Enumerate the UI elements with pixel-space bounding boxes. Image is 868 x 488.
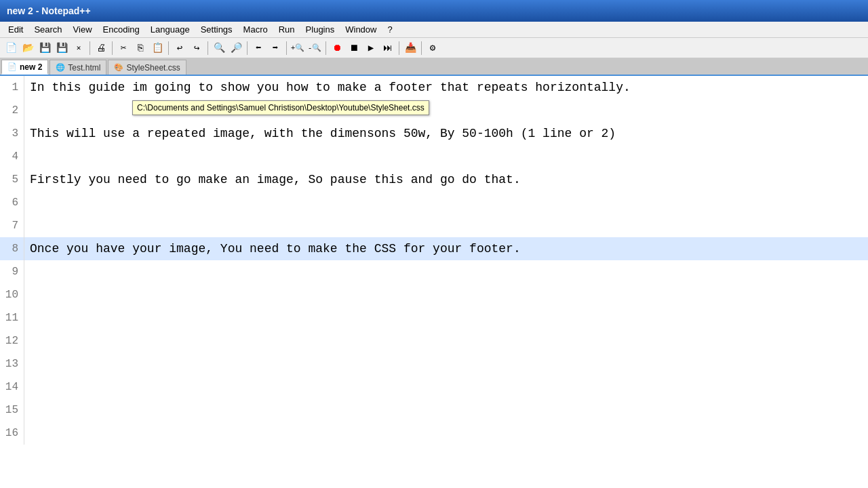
editor-line[interactable]: 12 xyxy=(0,329,868,352)
tooltip: C:\Documents and Settings\Samuel Christi… xyxy=(132,100,429,115)
sep1 xyxy=(90,41,90,55)
zoom-in-button[interactable]: +🔍 xyxy=(290,40,306,56)
editor-line[interactable]: 3This will use a repeated image, with th… xyxy=(0,122,868,145)
record-button[interactable]: ⏺ xyxy=(329,40,345,56)
sep8 xyxy=(399,41,399,55)
line-number: 5 xyxy=(0,168,24,191)
line-content[interactable]: In this guide im going to show you how t… xyxy=(30,78,868,97)
line-content[interactable] xyxy=(30,430,868,436)
stop-button[interactable]: ⏹ xyxy=(346,40,362,56)
menu-plugins[interactable]: Plugins xyxy=(300,23,340,36)
tab-bar: 📄 new 2 🌐 Test.html 🎨 StyleSheet.css xyxy=(0,58,868,76)
editor-line[interactable]: 7 xyxy=(0,214,868,237)
sep2 xyxy=(112,41,113,55)
editor-line[interactable]: 11 xyxy=(0,306,868,329)
line-content[interactable] xyxy=(30,269,868,274)
menu-view[interactable]: View xyxy=(68,23,98,36)
line-content[interactable] xyxy=(30,200,868,205)
editor-line[interactable]: 2 xyxy=(0,99,868,122)
zoom-out-button[interactable]: -🔍 xyxy=(307,40,323,56)
find-button[interactable]: 🔍 xyxy=(211,40,227,56)
line-number: 3 xyxy=(0,122,24,145)
play-multi-button[interactable]: ⏭ xyxy=(380,40,396,56)
menu-edit[interactable]: Edit xyxy=(3,23,28,36)
new-button[interactable]: 📄 xyxy=(3,40,19,56)
menu-macro[interactable]: Macro xyxy=(238,23,273,36)
replace-button[interactable]: 🔎 xyxy=(228,40,244,56)
close-button[interactable]: ✕ xyxy=(71,40,87,56)
line-content[interactable] xyxy=(30,361,868,367)
line-content[interactable] xyxy=(30,292,868,298)
save-macro-button[interactable]: 📥 xyxy=(402,40,418,56)
line-content[interactable] xyxy=(30,384,868,390)
line-content[interactable] xyxy=(30,407,868,413)
menu-settings[interactable]: Settings xyxy=(195,23,238,36)
tooltip-text: C:\Documents and Settings\Samuel Christi… xyxy=(137,103,425,113)
editor[interactable]: 1In this guide im going to show you how … xyxy=(0,76,868,488)
line-content[interactable]: Once you have your image, You need to ma… xyxy=(30,239,868,258)
line-number: 16 xyxy=(0,422,24,445)
tab-testhtml[interactable]: 🌐 Test.html xyxy=(50,60,106,75)
line-content[interactable] xyxy=(30,154,868,159)
save-all-button[interactable]: 💾 xyxy=(54,40,70,56)
tab-testhtml-icon: 🌐 xyxy=(56,63,65,72)
line-number: 14 xyxy=(0,375,24,399)
line-number: 15 xyxy=(0,399,24,422)
title-text: new 2 - Notepad++ xyxy=(7,5,91,16)
menu-encoding[interactable]: Encoding xyxy=(98,23,145,36)
editor-line[interactable]: 8Once you have your image, You need to m… xyxy=(0,237,868,260)
prev-button[interactable]: ⬅ xyxy=(250,40,267,56)
editor-line[interactable]: 14 xyxy=(0,375,868,399)
line-content[interactable] xyxy=(30,223,868,228)
editor-line[interactable]: 13 xyxy=(0,352,868,375)
line-content[interactable]: Firstly you need to go make an image, So… xyxy=(30,170,868,189)
line-content[interactable] xyxy=(30,315,868,321)
tab-stylesheet-icon: 🎨 xyxy=(114,63,123,72)
sep9 xyxy=(421,41,422,55)
copy-button[interactable]: ⎘ xyxy=(132,40,149,56)
menu-bar: Edit Search View Encoding Language Setti… xyxy=(0,22,868,38)
line-number: 9 xyxy=(0,260,24,283)
line-number: 6 xyxy=(0,191,24,214)
line-number: 13 xyxy=(0,352,24,375)
line-content[interactable]: This will use a repeated image, with the… xyxy=(30,124,868,143)
editor-line[interactable]: 1In this guide im going to show you how … xyxy=(0,76,868,99)
redo-button[interactable]: ↪ xyxy=(189,40,205,56)
open-button[interactable]: 📂 xyxy=(20,40,36,56)
editor-line[interactable]: 5Firstly you need to go make an image, S… xyxy=(0,168,868,191)
tab-new2-label: new 2 xyxy=(20,62,42,72)
tab-stylesheet-label: StyleSheet.css xyxy=(126,63,180,73)
play-button[interactable]: ▶ xyxy=(363,40,379,56)
tab-stylesheet[interactable]: 🎨 StyleSheet.css xyxy=(108,60,186,75)
editor-line[interactable]: 6 xyxy=(0,191,868,214)
editor-line[interactable]: 16 xyxy=(0,422,868,445)
menu-window[interactable]: Window xyxy=(340,23,382,36)
editor-line[interactable]: 15 xyxy=(0,399,868,422)
tab-new2-icon: 📄 xyxy=(7,62,17,71)
line-number: 8 xyxy=(0,237,24,260)
save-button[interactable]: 💾 xyxy=(37,40,53,56)
editor-line[interactable]: 10 xyxy=(0,283,868,306)
tab-new2[interactable]: 📄 new 2 xyxy=(1,60,48,75)
line-number: 2 xyxy=(0,99,24,122)
line-number: 12 xyxy=(0,329,24,352)
cut-button[interactable]: ✂ xyxy=(115,40,132,56)
editor-line[interactable]: 9 xyxy=(0,260,868,283)
menu-run[interactable]: Run xyxy=(273,23,300,36)
print-button[interactable]: 🖨 xyxy=(93,40,109,56)
undo-button[interactable]: ↩ xyxy=(172,40,188,56)
line-content[interactable] xyxy=(30,338,868,344)
menu-search[interactable]: Search xyxy=(28,23,67,36)
paste-button[interactable]: 📋 xyxy=(149,40,165,56)
settings-button[interactable]: ⚙ xyxy=(425,40,441,56)
sep4 xyxy=(208,41,208,55)
menu-language[interactable]: Language xyxy=(145,23,195,36)
next-button[interactable]: ➡ xyxy=(267,40,283,56)
sep7 xyxy=(326,41,326,55)
sep5 xyxy=(247,41,248,55)
editor-line[interactable]: 4 xyxy=(0,145,868,168)
line-number: 4 xyxy=(0,145,24,168)
toolbar: 📄 📂 💾 💾 ✕ 🖨 ✂ ⎘ 📋 ↩ ↪ 🔍 🔎 ⬅ ➡ +🔍 -🔍 ⏺ ⏹ … xyxy=(0,38,868,58)
title-bar: new 2 - Notepad++ xyxy=(0,0,868,22)
menu-help[interactable]: ? xyxy=(382,23,397,36)
